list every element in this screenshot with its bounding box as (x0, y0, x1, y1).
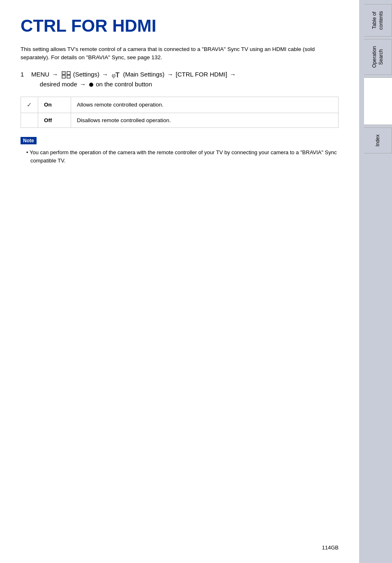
sidebar-tab-menu-label: MENU/SettingsSearch (368, 78, 387, 125)
svg-rect-3 (67, 75, 70, 78)
sidebar-tabs-container: Table ofcontents OperationSearch MENU/Se… (359, 0, 392, 155)
main-settings-icon: φ T (111, 71, 120, 79)
arrow-icon-5: → (80, 79, 86, 89)
option-name-on: On (38, 97, 71, 113)
svg-rect-2 (62, 75, 65, 78)
description: This setting allows TV's remote control … (21, 45, 339, 62)
sidebar-tab-menu[interactable]: MENU/SettingsSearch (364, 77, 392, 125)
table-row-off: Off Disallows remote controlled operatio… (21, 113, 339, 127)
page-number: 114GB (322, 544, 339, 551)
sidebar-tab-index[interactable]: Index (364, 127, 392, 153)
sidebar-tab-toc[interactable]: Table ofcontents (364, 4, 392, 37)
settings-icon (62, 71, 71, 79)
checkmark-icon: ✓ (27, 101, 32, 108)
check-cell: ✓ (21, 97, 38, 113)
sidebar-tab-toc-label: Table ofcontents (368, 5, 387, 36)
option-name-off: Off (38, 113, 71, 127)
note-section: Note You can perform the operation of th… (21, 137, 339, 166)
instruction-number: 1 (21, 70, 28, 89)
options-table: ✓ On Allows remote controlled operation.… (21, 97, 339, 128)
instruction: 1 MENU → (Settings) → φ T (Main Settings… (21, 70, 339, 89)
check-cell-off (21, 113, 38, 127)
svg-rect-4 (62, 72, 65, 74)
sidebar-tab-operation[interactable]: OperationSearch (364, 39, 392, 75)
arrow-icon-4: → (230, 70, 236, 79)
option-desc-on: Allows remote controlled operation. (71, 97, 339, 113)
table-row-on: ✓ On Allows remote controlled operation. (21, 97, 339, 113)
svg-rect-1 (67, 72, 70, 74)
note-text: You can perform the operation of the cam… (26, 148, 339, 166)
sidebar: Table ofcontents OperationSearch MENU/Se… (359, 0, 392, 563)
circle-icon (89, 83, 93, 87)
sidebar-tab-operation-label: OperationSearch (368, 39, 387, 74)
page-title: CTRL FOR HDMI (21, 16, 339, 35)
arrow-icon: → (52, 70, 58, 79)
main-content: CTRL FOR HDMI This setting allows TV's r… (0, 0, 359, 563)
arrow-icon-2: → (102, 70, 108, 79)
option-desc-off: Disallows remote controlled operation. (71, 113, 339, 127)
svg-text:φ: φ (112, 72, 115, 79)
arrow-icon-3: → (167, 70, 173, 79)
instruction-text: MENU → (Settings) → φ T (Main Settings) … (31, 70, 237, 89)
note-label: Note (21, 137, 37, 144)
sidebar-tab-index-label: Index (371, 128, 385, 153)
svg-text:T: T (115, 72, 120, 79)
